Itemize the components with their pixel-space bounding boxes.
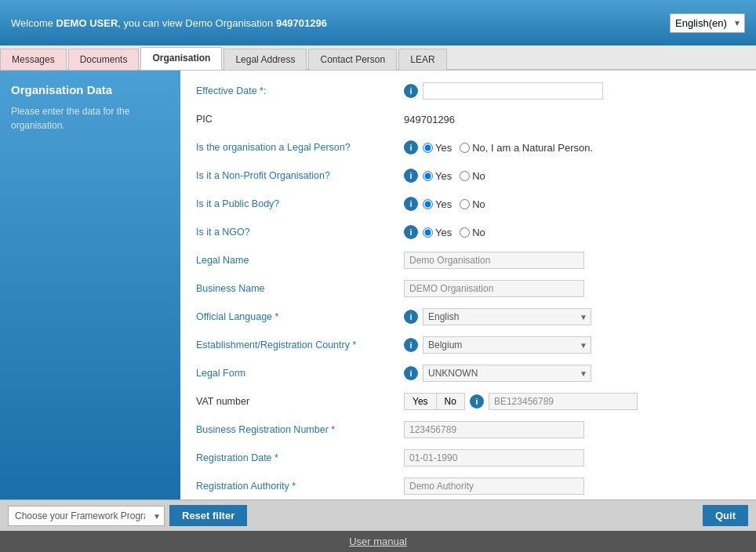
bottom-bar: Choose your Framework Program Reset filt…: [0, 499, 756, 531]
legal-form-select-container[interactable]: UNKNOWN: [423, 365, 591, 382]
official-lang-select[interactable]: English: [423, 308, 591, 325]
legal-person-label: Is the organisation a Legal Person?: [196, 142, 404, 153]
reg-authority-row: Registration Authority *: [196, 475, 740, 497]
nonprofit-info-icon[interactable]: i: [404, 169, 418, 183]
tab-organisation[interactable]: Organisation: [140, 47, 222, 70]
language-select[interactable]: English(en): [670, 13, 745, 33]
public-body-no-label[interactable]: No: [460, 198, 485, 210]
effective-date-input[interactable]: [423, 82, 603, 100]
language-selector[interactable]: English(en): [670, 13, 745, 33]
legal-person-no-label[interactable]: No, I am a Natural Person.: [460, 142, 593, 154]
pic-row: PIC 949701296: [196, 108, 740, 130]
vat-yes-no-buttons: Yes No: [404, 393, 465, 410]
user-manual-link[interactable]: User manual: [349, 536, 407, 547]
official-lang-label: Official Language *: [196, 311, 404, 322]
nonprofit-row: Is it a Non-Profit Organisation? i Yes N…: [196, 165, 740, 187]
user-name: DEMO USER: [56, 17, 118, 29]
business-reg-controls: [404, 421, 740, 438]
legal-person-yes-radio[interactable]: [423, 143, 433, 153]
sidebar-title: Organisation Data: [11, 83, 169, 96]
tab-contact-person[interactable]: Contact Person: [308, 49, 397, 70]
ngo-info-icon[interactable]: i: [404, 225, 418, 239]
quit-button[interactable]: Quit: [703, 505, 748, 526]
official-lang-select-container[interactable]: English: [423, 308, 591, 325]
ngo-no-label[interactable]: No: [460, 227, 485, 238]
legal-person-info-icon[interactable]: i: [404, 140, 418, 154]
tab-documents[interactable]: Documents: [68, 49, 140, 70]
public-body-yes-text: Yes: [435, 198, 452, 210]
reg-authority-controls: [404, 478, 740, 495]
tabs-bar: Messages Documents Organisation Legal Ad…: [0, 45, 756, 71]
official-lang-info-icon[interactable]: i: [404, 310, 418, 324]
nonprofit-radio-group: Yes No: [423, 170, 485, 182]
public-body-label: Is it a Public Body?: [196, 198, 404, 209]
framework-select[interactable]: Choose your Framework Program: [8, 506, 165, 526]
tab-lear[interactable]: LEAR: [398, 49, 446, 70]
tab-legal-address[interactable]: Legal Address: [224, 49, 307, 70]
official-lang-controls: i English: [404, 308, 740, 325]
nonprofit-yes-text: Yes: [435, 170, 452, 182]
legal-name-input[interactable]: [404, 252, 584, 269]
nonprofit-no-radio[interactable]: [460, 171, 470, 181]
establishment-label: Establishment/Registration Country *: [196, 340, 404, 350]
public-body-no-radio[interactable]: [460, 199, 470, 209]
ngo-no-radio[interactable]: [460, 227, 470, 238]
tab-messages[interactable]: Messages: [0, 49, 67, 70]
public-body-controls: i Yes No: [404, 197, 740, 211]
reg-authority-input[interactable]: [404, 478, 584, 495]
form-area: Effective Date *: i PIC 949701296 Is the…: [180, 71, 756, 499]
vat-info-icon[interactable]: i: [470, 394, 484, 409]
business-reg-label: Business Registration Number *: [196, 424, 404, 435]
legal-form-select[interactable]: UNKNOWN: [423, 365, 591, 382]
nonprofit-label: Is it a Non-Profit Organisation?: [196, 170, 404, 181]
legal-form-controls: i UNKNOWN: [404, 365, 740, 382]
establishment-controls: i Belgium: [404, 336, 740, 354]
nonprofit-yes-radio[interactable]: [423, 171, 433, 181]
reset-filter-button[interactable]: Reset filter: [169, 505, 247, 526]
establishment-select[interactable]: Belgium: [423, 336, 591, 354]
public-body-row: Is it a Public Body? i Yes No: [196, 193, 740, 215]
business-reg-input[interactable]: [404, 421, 584, 438]
sidebar: Organisation Data Please enter the data …: [0, 71, 180, 499]
vat-yes-button[interactable]: Yes: [404, 393, 436, 410]
public-body-no-text: No: [472, 198, 485, 210]
nonprofit-yes-label[interactable]: Yes: [423, 170, 452, 182]
vat-label: VAT number: [196, 396, 404, 407]
establishment-info-icon[interactable]: i: [404, 338, 418, 352]
ngo-yes-label[interactable]: Yes: [423, 227, 452, 238]
header-title: Welcome DEMO USER, you can view Demo Org…: [11, 15, 327, 31]
vat-input[interactable]: [489, 393, 638, 410]
ngo-radio-group: Yes No: [423, 227, 485, 238]
header: Welcome DEMO USER, you can view Demo Org…: [0, 0, 756, 45]
effective-date-label: Effective Date *:: [196, 85, 404, 96]
pic-controls: 949701296: [404, 114, 740, 125]
welcome-text: Welcome: [11, 17, 56, 29]
legal-person-yes-text: Yes: [435, 142, 452, 154]
org-number: 949701296: [276, 17, 327, 29]
nonprofit-no-label[interactable]: No: [460, 170, 485, 182]
legal-form-info-icon[interactable]: i: [404, 366, 418, 380]
business-name-input[interactable]: [404, 280, 584, 297]
vat-row: VAT number Yes No i: [196, 390, 740, 412]
main-content: Organisation Data Please enter the data …: [0, 71, 756, 499]
business-name-controls: [404, 280, 740, 297]
ngo-label: Is it a NGO?: [196, 227, 404, 238]
establishment-select-container[interactable]: Belgium: [423, 336, 591, 354]
reg-date-row: Registration Date *: [196, 447, 740, 469]
legal-person-controls: i Yes No, I am a Natural Person.: [404, 140, 740, 154]
framework-select-container[interactable]: Choose your Framework Program: [8, 506, 165, 526]
reg-authority-label: Registration Authority *: [196, 481, 404, 492]
legal-person-no-radio[interactable]: [460, 143, 470, 153]
public-body-info-icon[interactable]: i: [404, 197, 418, 211]
effective-date-info-icon[interactable]: i: [404, 84, 418, 98]
ngo-yes-radio[interactable]: [423, 227, 433, 238]
sidebar-description: Please enter the data for the organisati…: [11, 104, 169, 133]
establishment-row: Establishment/Registration Country * i B…: [196, 334, 740, 356]
business-name-row: Business Name: [196, 278, 740, 300]
legal-person-yes-label[interactable]: Yes: [423, 142, 452, 154]
public-body-yes-radio[interactable]: [423, 199, 433, 209]
public-body-yes-label[interactable]: Yes: [423, 198, 452, 210]
nonprofit-no-text: No: [472, 170, 485, 182]
reg-date-input[interactable]: [404, 449, 584, 467]
vat-no-button[interactable]: No: [436, 393, 465, 410]
